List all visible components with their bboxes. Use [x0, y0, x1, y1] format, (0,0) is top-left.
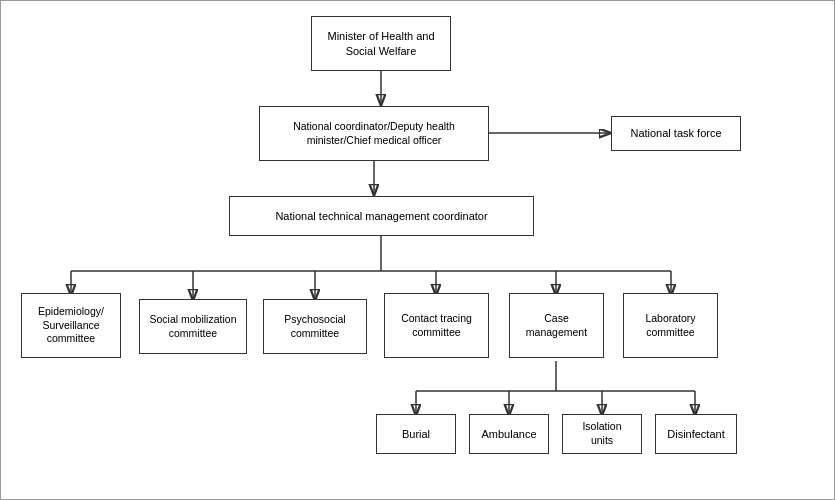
taskforce-label: National task force	[630, 126, 721, 140]
epid-label: Epidemiology/Surveillancecommittee	[38, 305, 104, 346]
ambulance-label: Ambulance	[481, 427, 536, 441]
disinfectant-box: Disinfectant	[655, 414, 737, 454]
isolation-label: Isolationunits	[582, 420, 621, 447]
psycho-label: Psychosocialcommittee	[284, 313, 345, 340]
isolation-box: Isolationunits	[562, 414, 642, 454]
ambulance-box: Ambulance	[469, 414, 549, 454]
disinfectant-label: Disinfectant	[667, 427, 724, 441]
social-box: Social mobilizationcommittee	[139, 299, 247, 354]
lab-label: Laboratorycommittee	[645, 312, 695, 339]
diagram-container: Minister of Health and Social Welfare Na…	[0, 0, 835, 500]
burial-label: Burial	[402, 427, 430, 441]
contact-label: Contact tracingcommittee	[401, 312, 472, 339]
minister-box: Minister of Health and Social Welfare	[311, 16, 451, 71]
contact-box: Contact tracingcommittee	[384, 293, 489, 358]
minister-label: Minister of Health and Social Welfare	[318, 29, 444, 58]
social-label: Social mobilizationcommittee	[150, 313, 237, 340]
psycho-box: Psychosocialcommittee	[263, 299, 367, 354]
burial-box: Burial	[376, 414, 456, 454]
technical-label: National technical management coordinato…	[275, 209, 487, 223]
technical-box: National technical management coordinato…	[229, 196, 534, 236]
epid-box: Epidemiology/Surveillancecommittee	[21, 293, 121, 358]
taskforce-box: National task force	[611, 116, 741, 151]
coordinator-box: National coordinator/Deputy healthminist…	[259, 106, 489, 161]
lab-box: Laboratorycommittee	[623, 293, 718, 358]
coordinator-label: National coordinator/Deputy healthminist…	[293, 120, 455, 147]
case-box: Casemanagement	[509, 293, 604, 358]
case-label: Casemanagement	[526, 312, 587, 339]
